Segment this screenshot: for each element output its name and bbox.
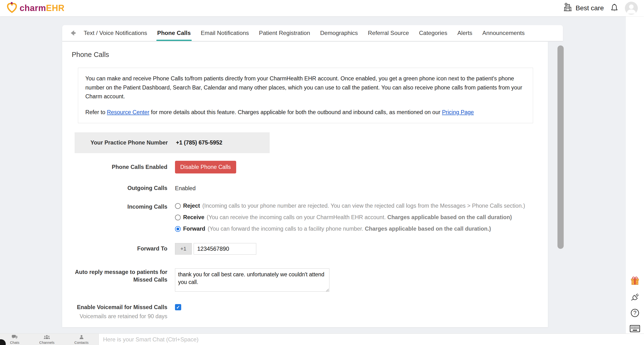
- practice-name: Best care: [576, 4, 604, 12]
- notifications-bell-icon[interactable]: [610, 3, 619, 13]
- tab-demographics[interactable]: Demographics: [320, 25, 358, 41]
- voicemail-missed-calls-label: Enable Voicemail for Missed Calls Voicem…: [62, 304, 167, 320]
- page-title: Phone Calls: [72, 51, 548, 59]
- incoming-option-forward: Forward (You can forward the incoming ca…: [175, 226, 525, 232]
- country-code-box: +1: [175, 243, 192, 255]
- phone-calls-enabled-row: Phone Calls Enabled Disable Phone Calls: [62, 161, 548, 173]
- voicemail-missed-calls-checkbox[interactable]: [175, 304, 181, 310]
- auto-reply-textarea[interactable]: thank you for call best care. unfortunat…: [175, 268, 330, 292]
- tab-referral-source[interactable]: Referral Source: [368, 25, 409, 41]
- phone-calls-enabled-label: Phone Calls Enabled: [62, 163, 167, 171]
- back-arrow-icon[interactable]: [68, 28, 78, 39]
- incoming-calls-row: Incoming Calls Reject (Incoming calls to…: [62, 203, 548, 232]
- feature-description-box: You can make and receive Phone Calls to/…: [78, 68, 533, 123]
- disable-phone-calls-button[interactable]: Disable Phone Calls: [175, 161, 236, 173]
- contacts-button[interactable]: Contacts: [74, 335, 88, 344]
- incoming-option-reject: Reject (Incoming calls to your phone num…: [175, 203, 525, 209]
- chats-button[interactable]: Chats: [10, 335, 19, 344]
- voicemail-missed-calls-row: Enable Voicemail for Missed Calls Voicem…: [62, 304, 548, 320]
- feature-description-text: You can make and receive Phone Calls to/…: [85, 74, 526, 101]
- user-avatar[interactable]: [625, 2, 638, 15]
- feature-links-text: Refer to Resource Center for more detail…: [85, 108, 526, 117]
- chats-icon: [12, 335, 18, 340]
- practice-phone-value: +1 (785) 675-5952: [176, 140, 222, 146]
- incoming-calls-options: Reject (Incoming calls to your phone num…: [175, 203, 525, 232]
- voicemail-retention-hint: Voicemails are retained for 90 days: [62, 313, 167, 320]
- resource-center-link[interactable]: Resource Center: [107, 109, 150, 115]
- tab-phone-calls[interactable]: Phone Calls: [157, 25, 191, 41]
- contacts-icon: [79, 335, 84, 340]
- tab-text-voice-notifications[interactable]: Text / Voice Notifications: [84, 25, 147, 41]
- keyboard-icon[interactable]: [630, 323, 640, 334]
- help-icon[interactable]: ?: [630, 308, 640, 318]
- auto-reply-row: Auto reply message to patients for Misse…: [62, 268, 548, 293]
- outgoing-calls-label: Outgoing Calls: [62, 184, 167, 192]
- channels-icon: [44, 335, 50, 340]
- practice-phone-label: Your Practice Phone Number: [74, 140, 168, 146]
- pricing-page-link[interactable]: Pricing Page: [442, 109, 474, 115]
- right-utility-rail: ?: [626, 16, 644, 345]
- heart-logo-icon: [6, 2, 18, 14]
- practice-phone-row: Your Practice Phone Number +1 (785) 675-…: [74, 132, 270, 153]
- forward-to-row: Forward To +1: [62, 243, 548, 255]
- tabs-list: Text / Voice Notifications Phone Calls E…: [84, 25, 525, 41]
- auto-reply-label: Auto reply message to patients for Misse…: [62, 268, 167, 283]
- chat-nav-group: Chats Channels: [0, 334, 99, 345]
- outgoing-calls-value: Enabled: [175, 185, 196, 192]
- forward-to-input[interactable]: [194, 243, 256, 255]
- tab-patient-registration[interactable]: Patient Registration: [259, 25, 310, 41]
- practice-selector[interactable]: Best care: [563, 3, 604, 14]
- channels-button[interactable]: Channels: [39, 335, 54, 344]
- forward-to-label: Forward To: [62, 245, 167, 253]
- smart-chat-input-area: [99, 334, 644, 345]
- outgoing-calls-row: Outgoing Calls Enabled: [62, 184, 548, 192]
- plug-icon[interactable]: [630, 292, 640, 302]
- brand-text: charmEHR: [20, 3, 64, 13]
- charmehr-logo[interactable]: charmEHR: [6, 2, 64, 14]
- phone-calls-panel: Phone Calls You can make and receive Pho…: [62, 42, 548, 327]
- incoming-option-receive: Receive (You can receive the incoming ca…: [175, 214, 525, 221]
- tab-announcements[interactable]: Announcements: [482, 25, 525, 41]
- hospital-icon: [563, 3, 573, 14]
- incoming-calls-label: Incoming Calls: [62, 203, 167, 211]
- app-root: charmEHR: [0, 0, 644, 345]
- smart-chat-input[interactable]: [102, 336, 558, 343]
- tab-categories[interactable]: Categories: [419, 25, 447, 41]
- svg-text:?: ?: [634, 310, 636, 316]
- tab-email-notifications[interactable]: Email Notifications: [201, 25, 249, 41]
- settings-tab-bar: Text / Voice Notifications Phone Calls E…: [62, 25, 563, 41]
- scrollbar-thumb[interactable]: [558, 46, 564, 249]
- reject-radio[interactable]: [175, 203, 181, 209]
- page-body: Text / Voice Notifications Phone Calls E…: [0, 16, 644, 345]
- forward-radio[interactable]: [175, 226, 181, 232]
- gift-icon[interactable]: [630, 276, 640, 286]
- tab-alerts[interactable]: Alerts: [457, 25, 472, 41]
- receive-radio[interactable]: [175, 215, 181, 220]
- smart-chat-bar: Chats Channels: [0, 333, 644, 345]
- top-header: charmEHR: [0, 0, 644, 16]
